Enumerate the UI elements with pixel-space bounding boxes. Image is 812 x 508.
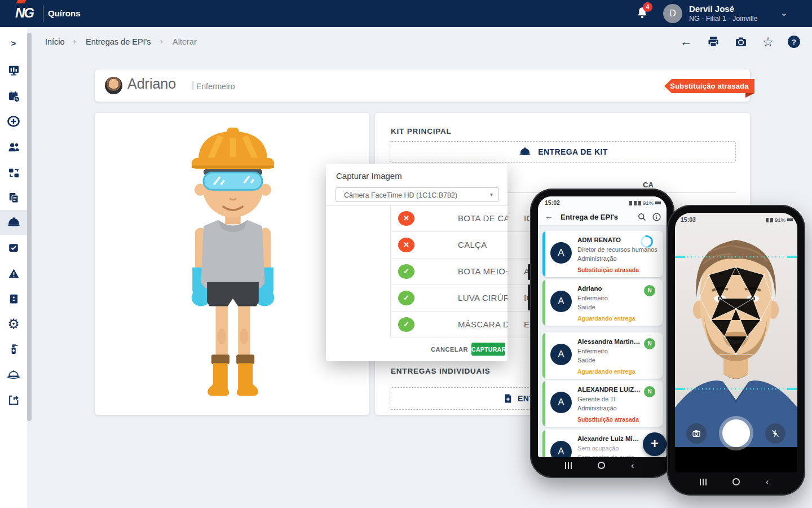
left-sidebar: > ⚙: [0, 27, 27, 508]
epi-item-label: CALÇA: [458, 240, 487, 249]
person-role: Sem ocupação: [577, 445, 619, 452]
notification-badge: 4: [643, 2, 652, 12]
phone2-nav-bar: ‹: [700, 478, 769, 485]
sidebar-item-calendar[interactable]: [0, 85, 27, 107]
status-icon: [770, 218, 773, 222]
chevron-right-icon: ›: [160, 37, 163, 46]
capture-image-modal: Capturar Imagem Câmera FaceTime HD (1C1C…: [326, 164, 508, 361]
back-arrow-icon[interactable]: ←: [679, 34, 694, 49]
person-dept: Saúde: [577, 357, 595, 364]
person-card[interactable]: A Adriano Enfermeiro Saúde Aguardando en…: [542, 279, 663, 326]
document-plus-icon: [503, 392, 513, 405]
camera-select[interactable]: Câmera FaceTime HD (1C1C:B782) ▾: [336, 187, 499, 202]
card-accent-bar: [542, 231, 545, 277]
epi-item-label: BOTA MEIO-CANO -: [458, 266, 508, 276]
top-navbar: NG Quírons 4 D Dervil José NG - Filial 1…: [0, 0, 812, 27]
search-icon[interactable]: [637, 212, 647, 222]
phone-mockup-list: 15:02 91% ← Entrega de EPI's A ADM RENAT: [530, 189, 674, 478]
card-accent-bar: [542, 279, 545, 326]
printer-icon[interactable]: [706, 34, 721, 49]
cancel-button[interactable]: CANCELAR: [430, 343, 469, 356]
logo-divider: [43, 5, 43, 22]
sidebar-item-dashboard[interactable]: [0, 59, 27, 81]
sidebar-item-sanitizer[interactable]: [0, 338, 27, 361]
employee-card: Adriano | Enfermeiro Substituição atrasa…: [95, 69, 750, 102]
recents-icon[interactable]: [700, 479, 707, 485]
new-badge: N: [644, 338, 655, 349]
home-icon[interactable]: [598, 462, 605, 469]
phone1-status-bar: 15:02 91%: [538, 196, 667, 208]
phone1-screen: 15:02 91% ← Entrega de EPI's A ADM RENAT: [538, 196, 667, 457]
person-role: Gerente de TI: [577, 396, 616, 402]
shutter-button[interactable]: [722, 419, 750, 447]
sidebar-item-people[interactable]: [0, 135, 27, 158]
sidebar-item-integrations[interactable]: [0, 161, 27, 184]
status-check-icon: [398, 317, 414, 332]
sidebar-item-tasks[interactable]: [0, 237, 27, 259]
person-dept: Saúde: [577, 304, 595, 310]
status-icon: [634, 201, 637, 205]
camera-select-value: Câmera FaceTime HD (1C1C:B782): [344, 191, 457, 199]
person-dept: Administração: [577, 255, 617, 262]
person-card[interactable]: A ADM RENATO Diretor de recursos humanos…: [542, 231, 663, 277]
add-person-fab[interactable]: +: [643, 432, 667, 456]
breadcrumb-entregas[interactable]: Entregas de EPI's: [86, 37, 151, 46]
employee-avatar: [105, 77, 122, 94]
person-status: Substituição atrasada: [577, 416, 639, 423]
sidebar-item-epi-helmet[interactable]: [0, 210, 27, 235]
status-icon: [638, 201, 641, 205]
phone-mockup-face-capture: 15:03 91% ‹: [667, 205, 805, 496]
back-arrow-icon[interactable]: ←: [545, 211, 553, 221]
sidebar-item-documents[interactable]: [0, 186, 27, 209]
home-icon[interactable]: [732, 478, 740, 485]
camera-icon[interactable]: [734, 34, 748, 49]
sidebar-item-settings-gear-icon[interactable]: ⚙: [0, 313, 27, 335]
avatar: A: [550, 441, 572, 457]
status-check-icon: [398, 291, 414, 305]
sidebar-item-report[interactable]: [0, 287, 27, 310]
person-status: Substituição atrasada: [577, 266, 639, 273]
phone2-screen: 15:03 91%: [675, 213, 797, 472]
helmet-icon: [518, 146, 532, 157]
flash-off-button[interactable]: [765, 423, 785, 444]
card-accent-bar: [542, 380, 545, 427]
face-capture-preview: [675, 213, 797, 447]
phone1-app-bar: ← Entrega de EPI's: [538, 208, 667, 226]
phone1-nav-bar: ‹: [565, 462, 634, 469]
sidebar-expand-chevron-icon[interactable]: >: [0, 32, 27, 54]
user-avatar[interactable]: D: [663, 4, 682, 23]
entrega-de-kit-label: ENTREGA DE KIT: [538, 147, 607, 156]
person-name: ADM RENATO: [577, 237, 641, 243]
sidebar-item-add[interactable]: [0, 110, 27, 133]
person-name: Adriano: [577, 285, 641, 292]
capture-button[interactable]: CAPTURAR: [471, 343, 505, 356]
person-card[interactable]: A Alessandra Martins Almeida Enfermeiro …: [542, 332, 663, 379]
epi-item-row: CALÇA: [390, 232, 508, 259]
chevron-right-icon: ›: [73, 37, 76, 46]
person-card[interactable]: A ALEXANDRE LUIZ DA SILVA Gerente de TI …: [542, 380, 663, 427]
star-icon[interactable]: ☆: [761, 34, 775, 49]
person-name: Alessandra Martins Almeida: [577, 338, 641, 345]
status-x-icon: [398, 211, 414, 226]
entrega-de-kit-button[interactable]: ENTREGA DE KIT: [390, 141, 736, 163]
kit-principal-title: KIT PRINCIPAL: [391, 127, 452, 135]
chevron-down-icon[interactable]: ⌄: [780, 8, 788, 18]
sidebar-item-alerts[interactable]: [0, 262, 27, 284]
page-scrollbar[interactable]: [27, 33, 32, 421]
entregas-individuais-title: ENTREGAS INDIVIDUAIS: [391, 367, 491, 375]
epi-item-label: LUVA CIRÚRGICA: [458, 293, 508, 303]
new-badge: N: [644, 285, 655, 296]
sidebar-item-helmet-outline[interactable]: [0, 364, 27, 386]
app-title: Entrega de EPI's: [561, 213, 618, 221]
sidebar-item-exit[interactable]: [0, 389, 27, 411]
switch-camera-button[interactable]: [686, 423, 707, 444]
logo-red-accent: [16, 0, 26, 3]
back-icon[interactable]: ‹: [631, 462, 634, 469]
battery-percent: 91%: [775, 217, 785, 223]
info-icon[interactable]: [652, 212, 661, 222]
breadcrumb-inicio[interactable]: Início: [45, 37, 65, 46]
back-icon[interactable]: ‹: [766, 479, 769, 485]
help-icon[interactable]: ?: [788, 36, 800, 48]
avatar: A: [550, 344, 572, 365]
recents-icon[interactable]: [565, 462, 572, 469]
